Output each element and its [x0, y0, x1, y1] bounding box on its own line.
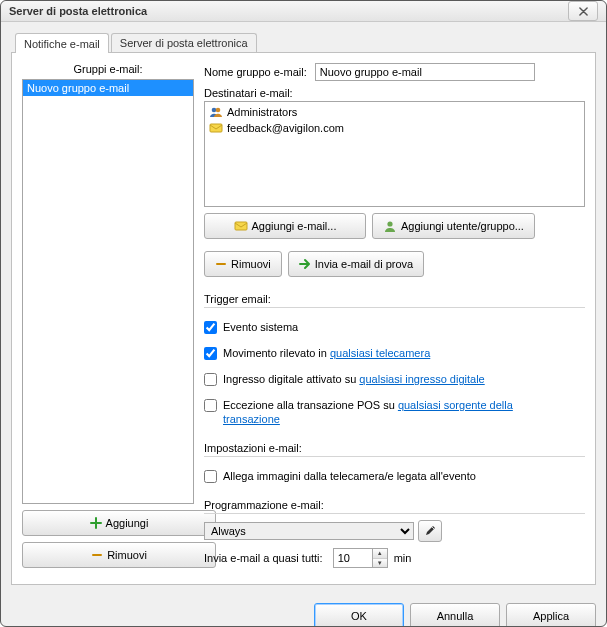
- svg-point-4: [387, 221, 392, 226]
- settings-label: Impostazioni e-mail:: [204, 442, 585, 454]
- minus-icon: [215, 258, 227, 270]
- schedule-label: Programmazione e-mail:: [204, 499, 585, 511]
- edit-schedule-button[interactable]: [418, 520, 442, 542]
- trigger-digital-row: Ingresso digitale attivato su qualsiasi …: [204, 372, 585, 386]
- tab-panel: Gruppi e-mail: Nuovo gruppo e-mail Aggiu…: [11, 52, 596, 585]
- list-item[interactable]: feedback@avigilon.com: [207, 120, 582, 136]
- throttle-input[interactable]: [334, 549, 372, 567]
- ok-button[interactable]: OK: [314, 603, 404, 627]
- trigger-motion-row: Movimento rilevato in qualsiasi telecame…: [204, 346, 585, 360]
- recipients-buttons-2: Rimuovi Invia e-mail di prova: [204, 251, 585, 277]
- divider: [204, 456, 585, 457]
- trigger-digital-checkbox[interactable]: [204, 373, 217, 386]
- group-icon: [209, 105, 223, 119]
- list-item[interactable]: Nuovo gruppo e-mail: [23, 80, 193, 96]
- recipients-buttons-1: Aggiungi e-mail... Aggiungi utente/grupp…: [204, 213, 585, 239]
- recipients-list[interactable]: Administrators feedback@avigilon.com: [204, 101, 585, 207]
- divider: [204, 307, 585, 308]
- trigger-motion-link[interactable]: qualsiasi telecamera: [330, 347, 430, 359]
- tab-notifications[interactable]: Notifiche e-mail: [15, 33, 109, 53]
- divider: [204, 513, 585, 514]
- attach-images-label: Allega immagini dalla telecamera/e legat…: [223, 469, 476, 483]
- trigger-system-checkbox[interactable]: [204, 321, 217, 334]
- group-buttons: Aggiungi Rimuovi: [22, 510, 194, 574]
- trigger-motion-prefix: Movimento rilevato in: [223, 347, 330, 359]
- trigger-pos-text: Eccezione alla transazione POS su qualsi…: [223, 398, 543, 426]
- trigger-pos-prefix: Eccezione alla transazione POS su: [223, 399, 398, 411]
- left-column: Gruppi e-mail: Nuovo gruppo e-mail Aggiu…: [22, 63, 194, 574]
- content-area: Notifiche e-mail Server di posta elettro…: [1, 22, 606, 595]
- add-group-button[interactable]: Aggiungi: [22, 510, 216, 536]
- name-row: Nome gruppo e-mail:: [204, 63, 585, 81]
- group-name-input[interactable]: [315, 63, 535, 81]
- trigger-pos-row: Eccezione alla transazione POS su qualsi…: [204, 398, 585, 426]
- spinner-up[interactable]: ▲: [373, 549, 387, 559]
- mail-icon: [234, 219, 248, 233]
- trigger-digital-link[interactable]: qualsiasi ingresso digitale: [359, 373, 484, 385]
- recipient-text: Administrators: [227, 104, 297, 120]
- plus-icon: [90, 517, 102, 529]
- throttle-label: Invia e-mail a quasi tutti:: [204, 552, 323, 564]
- remove-group-label: Rimuovi: [107, 549, 147, 561]
- svg-point-1: [216, 108, 221, 113]
- schedule-select[interactable]: Always: [204, 522, 414, 540]
- tab-strip: Notifiche e-mail Server di posta elettro…: [15, 32, 596, 52]
- recipients-label-row: Destinatari e-mail:: [204, 87, 585, 99]
- cancel-button[interactable]: Annulla: [410, 603, 500, 627]
- svg-rect-2: [210, 124, 222, 132]
- add-email-button[interactable]: Aggiungi e-mail...: [204, 213, 366, 239]
- groups-list[interactable]: Nuovo gruppo e-mail: [22, 79, 194, 504]
- spinner-down[interactable]: ▼: [373, 559, 387, 568]
- groups-label: Gruppi e-mail:: [22, 63, 194, 75]
- recipient-text: feedback@avigilon.com: [227, 120, 344, 136]
- minus-icon: [91, 549, 103, 561]
- dialog-footer: OK Annulla Applica: [1, 595, 606, 627]
- schedule-row: Always: [204, 520, 585, 542]
- attach-images-checkbox[interactable]: [204, 470, 217, 483]
- arrow-right-icon: [299, 258, 311, 270]
- throttle-unit: min: [394, 552, 412, 564]
- svg-rect-3: [235, 222, 247, 230]
- attach-images-row: Allega immagini dalla telecamera/e legat…: [204, 469, 585, 483]
- remove-recipient-button[interactable]: Rimuovi: [204, 251, 282, 277]
- dialog-window: Server di posta elettronica Notifiche e-…: [0, 0, 607, 627]
- remove-group-button[interactable]: Rimuovi: [22, 542, 216, 568]
- svg-point-0: [212, 108, 217, 113]
- trigger-motion-text: Movimento rilevato in qualsiasi telecame…: [223, 346, 430, 360]
- user-icon: [383, 219, 397, 233]
- throttle-spinner[interactable]: ▲ ▼: [333, 548, 388, 568]
- remove-recipient-label: Rimuovi: [231, 258, 271, 270]
- titlebar: Server di posta elettronica: [1, 1, 606, 22]
- list-item[interactable]: Administrators: [207, 104, 582, 120]
- right-column: Nome gruppo e-mail: Destinatari e-mail: …: [204, 63, 585, 574]
- trigger-pos-checkbox[interactable]: [204, 399, 217, 412]
- add-email-label: Aggiungi e-mail...: [252, 220, 337, 232]
- close-icon: [579, 7, 588, 16]
- throttle-row: Invia e-mail a quasi tutti: ▲ ▼ min: [204, 548, 585, 568]
- tab-server[interactable]: Server di posta elettronica: [111, 33, 257, 52]
- apply-button[interactable]: Applica: [506, 603, 596, 627]
- spinner-arrows: ▲ ▼: [372, 549, 387, 567]
- window-title: Server di posta elettronica: [9, 5, 568, 17]
- trigger-digital-prefix: Ingresso digitale attivato su: [223, 373, 359, 385]
- mail-icon: [209, 121, 223, 135]
- add-user-label: Aggiungi utente/gruppo...: [401, 220, 524, 232]
- group-name-label: Nome gruppo e-mail:: [204, 66, 307, 78]
- trigger-motion-checkbox[interactable]: [204, 347, 217, 360]
- trigger-system-row: Evento sistema: [204, 320, 585, 334]
- add-group-label: Aggiungi: [106, 517, 149, 529]
- recipients-label: Destinatari e-mail:: [204, 87, 293, 99]
- trigger-system-label: Evento sistema: [223, 320, 298, 334]
- close-button[interactable]: [568, 1, 598, 21]
- trigger-label: Trigger email:: [204, 293, 585, 305]
- send-test-button[interactable]: Invia e-mail di prova: [288, 251, 424, 277]
- pencil-icon: [424, 525, 436, 537]
- send-test-label: Invia e-mail di prova: [315, 258, 413, 270]
- trigger-digital-text: Ingresso digitale attivato su qualsiasi …: [223, 372, 485, 386]
- add-user-button[interactable]: Aggiungi utente/gruppo...: [372, 213, 535, 239]
